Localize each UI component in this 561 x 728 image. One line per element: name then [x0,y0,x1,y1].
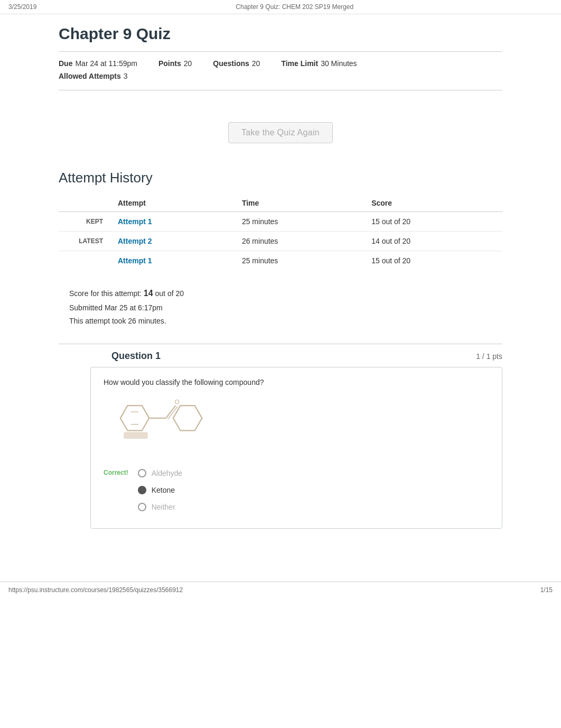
attempt-row-score: 14 out of 20 [365,232,502,251]
footer-pagination: 1/15 [540,586,553,594]
score-summary: Score for this attempt: 14 out of 20 Sub… [69,286,502,328]
question1-header: Question 1 1 / 1 pts [59,344,502,367]
footer-url: https://psu.instructure.com/courses/1982… [8,586,183,594]
attempt-row: LATEST Attempt 2 26 minutes 14 out of 20 [59,232,502,251]
col-header-label [59,195,111,212]
time-limit-label: Time Limit [281,59,318,68]
attempt-history-table: Attempt Time Score KEPT Attempt 1 25 min… [59,195,502,270]
allowed-attempts-label: Allowed Attempts [59,72,121,80]
svg-marker-4 [173,406,202,430]
questions-label: Questions [213,59,249,68]
col-header-score: Score [365,195,502,212]
radio-circle [138,486,146,494]
question1-title: Question 1 [111,351,161,362]
attempt-row: KEPT Attempt 1 25 minutes 15 out of 20 [59,212,502,232]
question1-text: How would you classify the following com… [104,378,489,386]
correct-badge: Correct! [104,469,128,476]
attempt-row-score: 15 out of 20 [365,251,502,271]
score-line1-suffix: out of 20 [153,289,184,298]
svg-marker-0 [120,406,149,430]
answer-option: Ketone [138,482,489,499]
radio-circle [138,469,146,477]
attempt-row-link[interactable]: Attempt 1 [111,212,236,232]
score-duration: This attempt took 26 minutes. [69,315,502,328]
attempt-row-time: 26 minutes [236,232,365,251]
answer-option: Neither [138,499,489,515]
take-quiz-again-button[interactable]: Take the Quiz Again [228,122,333,143]
browser-date: 3/25/2019 [8,3,36,11]
col-header-time: Time [236,195,365,212]
time-limit-value: 30 Minutes [321,59,357,68]
answer-label: Aldehyde [152,469,182,477]
questions-value: 20 [252,59,260,68]
question1-pts: 1 / 1 pts [476,352,502,361]
radio-circle [138,503,146,511]
attempt-row-time: 25 minutes [236,212,365,232]
due-label: Due [59,59,72,68]
browser-page-title: Chapter 9 Quiz: CHEM 202 SP19 Merged [236,3,353,11]
attempt-row: Attempt 1 25 minutes 15 out of 20 [59,251,502,271]
points-value: 20 [184,59,192,68]
attempt-row-label [59,251,111,271]
attempt-history-title: Attempt History [59,170,502,186]
score-submitted: Submitted Mar 25 at 6:17pm [69,301,502,315]
attempt-row-link[interactable]: Attempt 2 [111,232,236,251]
allowed-attempts-value: 3 [124,72,128,80]
attempt-row-label: KEPT [59,212,111,232]
points-label: Points [158,59,181,68]
answers-list: AldehydeKetoneNeither [138,465,489,515]
due-date: Mar 24 at 11:59pm [75,59,137,68]
question1-box: How would you classify the following com… [90,367,502,529]
col-header-attempt: Attempt [111,195,236,212]
attempt-row-time: 25 minutes [236,251,365,271]
attempt-row-score: 15 out of 20 [365,212,502,232]
score-line1-prefix: Score for this attempt: [69,289,144,298]
score-value: 14 [144,289,153,298]
molecule-image: O [104,396,209,449]
svg-text:O: O [175,398,180,406]
quiz-meta-section: Due Mar 24 at 11:59pm Points 20 Question… [59,51,502,90]
answers-section: Correct! AldehydeKetoneNeither [104,465,489,515]
correct-side: Correct! [104,465,133,476]
svg-rect-8 [124,432,147,439]
footer-bar: https://psu.instructure.com/courses/1982… [0,582,561,598]
answer-option: Aldehyde [138,465,489,482]
take-quiz-section: Take the Quiz Again [59,106,502,154]
page-title: Chapter 9 Quiz [59,25,502,43]
attempt-row-label: LATEST [59,232,111,251]
answer-label: Neither [152,503,175,511]
attempt-row-link[interactable]: Attempt 1 [111,251,236,271]
answer-label: Ketone [152,486,175,494]
